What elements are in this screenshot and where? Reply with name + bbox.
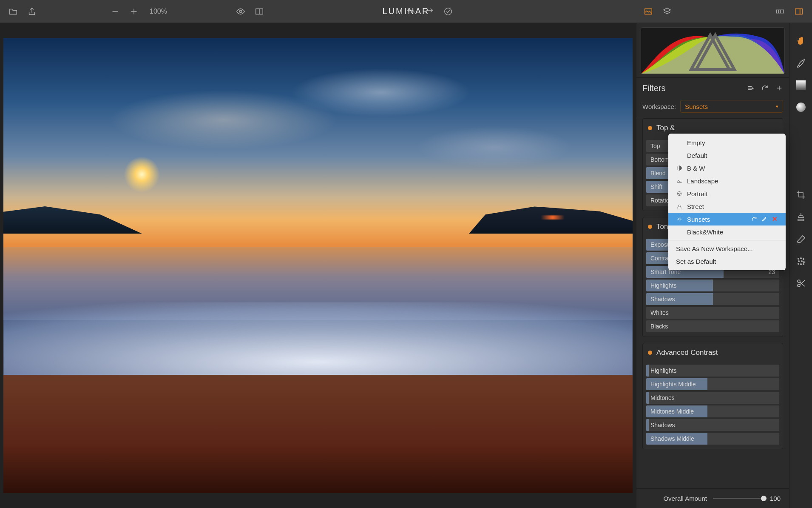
filter-block-body: HighlightsHighlights MiddleMidtonesMidto…	[643, 362, 783, 449]
svg-point-19	[803, 264, 803, 265]
svg-rect-5	[795, 9, 803, 14]
gradient-tool-icon[interactable]	[795, 79, 807, 91]
zoom-level[interactable]: 100%	[150, 8, 167, 15]
slider-label: Highlights	[646, 367, 779, 374]
workspace-menu-item[interactable]: Landscape	[668, 174, 786, 187]
landscape-icon	[676, 177, 683, 184]
filter-enabled-dot[interactable]	[648, 126, 652, 130]
clip-warning-right-icon[interactable]	[641, 29, 782, 74]
filter-block-header[interactable]: Advanced Contrast	[643, 343, 783, 362]
side-panel-icon[interactable]	[793, 6, 804, 17]
slider[interactable]: Blacks	[646, 320, 779, 332]
filter-block-title: Advanced Contrast	[656, 348, 718, 357]
zoom-out-icon[interactable]	[110, 6, 121, 17]
workspace-menu-action[interactable]: Save As New Workspace...	[668, 242, 786, 255]
overall-amount-value: 100	[770, 495, 781, 502]
workspace-menu-action[interactable]: Set as Default	[668, 255, 786, 268]
refresh-icon[interactable]	[761, 84, 769, 92]
zoom-in-icon[interactable]	[128, 6, 139, 17]
slider[interactable]: Midtones	[646, 392, 779, 404]
presets-strip-icon[interactable]	[775, 6, 786, 17]
slider-label: Blacks	[646, 323, 779, 330]
filter-block: Advanced ContrastHighlightsHighlights Mi…	[642, 343, 783, 449]
workspace-dropdown[interactable]: Sunsets ▾	[680, 100, 783, 113]
tool-strip	[789, 23, 812, 508]
eye-icon[interactable]	[235, 6, 246, 17]
share-icon[interactable]	[26, 6, 37, 17]
reload-icon[interactable]	[751, 216, 758, 223]
street-icon	[676, 203, 683, 210]
slider[interactable]: Shadows	[646, 419, 779, 431]
slider-label: Midtones	[646, 394, 779, 401]
menu-item-label: Default	[687, 152, 707, 159]
contrast-icon	[676, 165, 683, 171]
eraser-tool-icon[interactable]	[795, 233, 807, 245]
menu-item-label: Empty	[687, 139, 705, 146]
portrait-face-icon	[676, 190, 683, 197]
radial-tool-icon[interactable]	[795, 101, 807, 113]
sun-icon	[676, 216, 683, 223]
menu-item-label: Save As New Workspace...	[676, 245, 753, 252]
menu-item-label: B & W	[687, 165, 705, 172]
brush-tool-icon[interactable]	[795, 57, 807, 69]
slider[interactable]: Whites	[646, 307, 779, 319]
app-title: LUMINAR	[382, 6, 429, 16]
svg-point-18	[800, 264, 801, 265]
folder-icon[interactable]	[8, 6, 19, 17]
add-filter-icon[interactable]	[747, 84, 754, 92]
slider-label: Whites	[646, 309, 779, 316]
workspace-menu-item[interactable]: Empty	[668, 136, 786, 149]
slider[interactable]: Highlights	[646, 365, 779, 377]
svg-point-16	[803, 262, 804, 263]
menu-item-label: Landscape	[687, 177, 718, 185]
menu-separator	[668, 240, 786, 240]
check-circle-icon[interactable]	[443, 6, 454, 17]
slider-label: Shadows Middle	[646, 435, 779, 442]
image-mode-icon[interactable]	[643, 6, 654, 17]
workspace-menu-item[interactable]: Black&White	[668, 225, 786, 238]
layers-icon[interactable]	[662, 6, 673, 17]
scissors-tool-icon[interactable]	[795, 277, 807, 289]
slider[interactable]: Highlights	[646, 280, 779, 291]
svg-point-20	[798, 280, 800, 283]
filters-panel-title: Filters	[642, 83, 665, 93]
slider[interactable]: Shadows	[646, 293, 779, 305]
slider[interactable]: Shadows Middle	[646, 433, 779, 445]
hand-tool-icon[interactable]	[795, 35, 807, 47]
edited-photo	[3, 38, 633, 493]
clone-stamp-icon[interactable]	[795, 211, 807, 223]
slider-label: Highlights Middle	[646, 381, 779, 388]
overall-amount-label: Overall Amount	[663, 495, 707, 502]
workspace-menu-item[interactable]: Sunsets✕	[668, 213, 786, 225]
svg-point-14	[798, 261, 799, 262]
crop-tool-icon[interactable]	[795, 189, 807, 201]
overall-amount-slider[interactable]	[713, 498, 764, 499]
edit-icon[interactable]	[761, 216, 768, 223]
svg-point-17	[798, 263, 798, 264]
workspace-dropdown-menu: EmptyDefaultB & WLandscapePortraitStreet…	[668, 134, 786, 270]
top-toolbar: 100% LUMINAR	[0, 0, 812, 23]
menu-item-label: Street	[687, 203, 704, 210]
noise-tool-icon[interactable]	[795, 255, 807, 267]
slider-label: Midtones Middle	[646, 408, 779, 415]
workspace-menu-item[interactable]: Portrait	[668, 187, 786, 200]
svg-point-12	[800, 258, 801, 259]
svg-point-7	[677, 191, 681, 195]
compare-icon[interactable]	[254, 6, 265, 17]
menu-item-label: Sunsets	[687, 216, 710, 223]
plus-icon[interactable]	[775, 84, 783, 92]
svg-point-11	[798, 258, 798, 259]
slider[interactable]: Midtones Middle	[646, 405, 779, 417]
slider[interactable]: Highlights Middle	[646, 378, 779, 390]
workspace-menu-item[interactable]: Default	[668, 149, 786, 162]
filter-enabled-dot[interactable]	[648, 351, 652, 355]
workspace-menu-item[interactable]: B & W	[668, 162, 786, 174]
image-canvas[interactable]	[0, 23, 636, 508]
workspace-menu-item[interactable]: Street	[668, 200, 786, 213]
histogram[interactable]	[641, 27, 785, 74]
svg-point-21	[798, 284, 800, 287]
workspace-label: Workspace:	[642, 103, 676, 110]
delete-icon[interactable]: ✕	[771, 216, 778, 223]
filter-block-title: Top &	[656, 124, 675, 132]
filter-enabled-dot[interactable]	[648, 225, 652, 229]
